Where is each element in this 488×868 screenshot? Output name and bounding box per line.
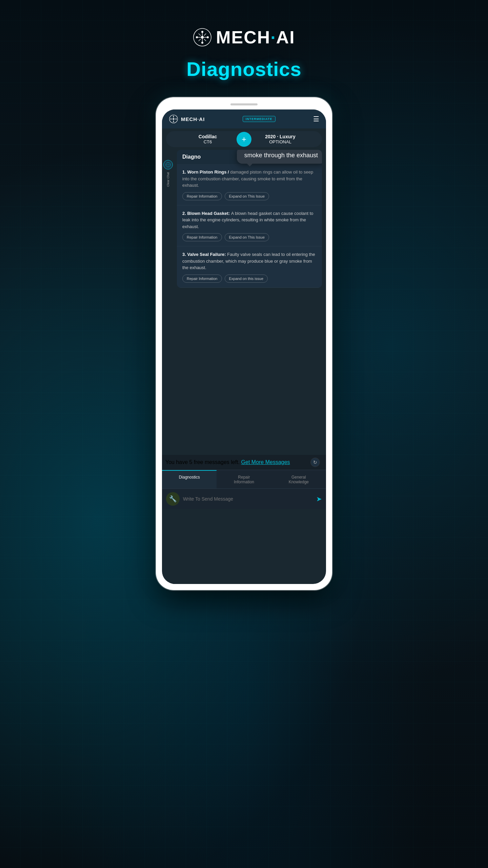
svg-point-26 [168,166,168,166]
skill-badge: INTERMEDIATE [243,116,276,122]
hamburger-menu[interactable]: ☰ [313,115,319,123]
app-header: MECH·AI INTERMEDIATE ☰ [162,109,326,128]
refresh-button[interactable]: ↻ [310,458,320,467]
issue-text-2: 2. Blown Head Gasket: A blown head gaske… [182,210,317,230]
svg-point-15 [173,116,174,117]
car-right-info: 2020 · Luxury OPTIONAL [244,134,317,144]
issue-text-1: 1. Worn Piston Rings / damaged piston ri… [182,169,317,189]
svg-line-10 [199,34,201,36]
issue-3-buttons: Repair Information Expand on this issue [182,275,317,283]
app-logo-icon [169,114,178,124]
add-vehicle-button[interactable]: + [237,132,251,147]
issue-card-3: 3. Valve Seal Failure: Faulty valve seal… [177,246,322,288]
svg-point-1 [201,31,203,33]
main-content: Clear Chat smoke through the exhaust Dia… [162,150,326,455]
svg-point-29 [168,164,168,165]
expand-issue-button-2[interactable]: Expand on This Issue [225,233,269,241]
repair-info-button-1[interactable]: Repair Information [182,192,222,200]
svg-line-13 [199,39,201,41]
svg-point-27 [166,164,167,165]
car-make: Codillac [171,134,244,139]
svg-point-5 [201,36,204,39]
issue-2-buttons: Repair Information Expand on This Issue [182,233,317,241]
app-logo: MECH·AI [169,114,205,124]
svg-point-28 [169,164,170,165]
svg-line-11 [204,39,206,41]
repair-info-button-2[interactable]: Repair Information [182,233,222,241]
tab-diagnostics[interactable]: Diagnostics [162,470,217,488]
input-area: 🔧 ➤ [162,488,326,509]
car-selector: Codillac CT6 + 2020 · Luxury OPTIONAL [166,131,322,147]
brand-logo-icon [193,28,212,47]
logo-area: MECH·AI [193,27,295,47]
side-panel: Clear Chat [162,157,174,190]
expand-issue-button-1[interactable]: Expand on This Issue [225,192,269,200]
issue-card-1: 1. Worn Piston Rings / damaged piston ri… [177,164,322,205]
messages-row: You have 5 free messages left. Get More … [162,455,326,470]
nav-tabs: Diagnostics RepairInformation GeneralKno… [162,470,326,488]
issue-text-3: 3. Valve Seal Failure: Faulty valve seal… [182,251,317,271]
issue-1-buttons: Repair Information Expand on This Issue [182,192,317,200]
car-year-trim: 2020 · Luxury [244,134,317,139]
svg-line-12 [204,34,206,36]
svg-point-2 [201,42,203,44]
phone-speaker [230,103,258,105]
avatar-icon [165,162,171,167]
svg-point-25 [168,163,168,163]
car-package: OPTIONAL [244,139,317,144]
issue-1-title: 1. Worn Piston Rings / [182,169,230,175]
speech-bubble: smoke through the exhaust [237,150,322,164]
phone-frame: MECH·AI INTERMEDIATE ☰ Codillac CT6 + [156,97,332,590]
diagnostic-title: Diagno [182,154,201,160]
tab-repair-information[interactable]: RepairInformation [217,470,271,488]
car-model: CT6 [171,139,244,144]
messages-left-text: You have 5 free messages left. [165,459,240,465]
phone-wrapper: MECH·AI INTERMEDIATE ☰ Codillac CT6 + [156,97,332,590]
expand-issue-button-3[interactable]: Expand on this issue [225,275,268,283]
clear-chat-label[interactable]: Clear Chat [166,172,170,187]
svg-point-3 [196,36,198,38]
brand-name: MECH·AI [216,27,295,47]
car-left-info: Codillac CT6 [171,134,244,144]
svg-point-16 [173,121,174,122]
issue-2-title: 2. Blown Head Gasket: [182,211,231,216]
obd-icon: 🔧 [166,492,180,506]
repair-info-button-3[interactable]: Repair Information [182,275,222,283]
svg-point-4 [207,36,209,38]
svg-point-17 [170,119,171,120]
svg-point-18 [176,119,177,120]
svg-point-19 [173,118,174,120]
message-input[interactable] [183,496,313,502]
send-button[interactable]: ➤ [316,495,322,503]
get-more-link[interactable]: Get More Messages [241,459,290,465]
app-logo-text: MECH·AI [181,116,205,122]
user-avatar [163,160,173,169]
tab-general-knowledge[interactable]: GeneralKnowledge [271,470,326,488]
issue-3-title: 3. Valve Seal Failure: [182,252,227,257]
page-title: Diagnostics [186,58,302,80]
phone-inner: MECH·AI INTERMEDIATE ☰ Codillac CT6 + [162,109,326,584]
diagnostic-panel: smoke through the exhaust Diagno 1. Worn… [177,150,322,288]
issue-card-2: 2. Blown Head Gasket: A blown head gaske… [177,205,322,247]
send-icon: ➤ [316,495,322,503]
